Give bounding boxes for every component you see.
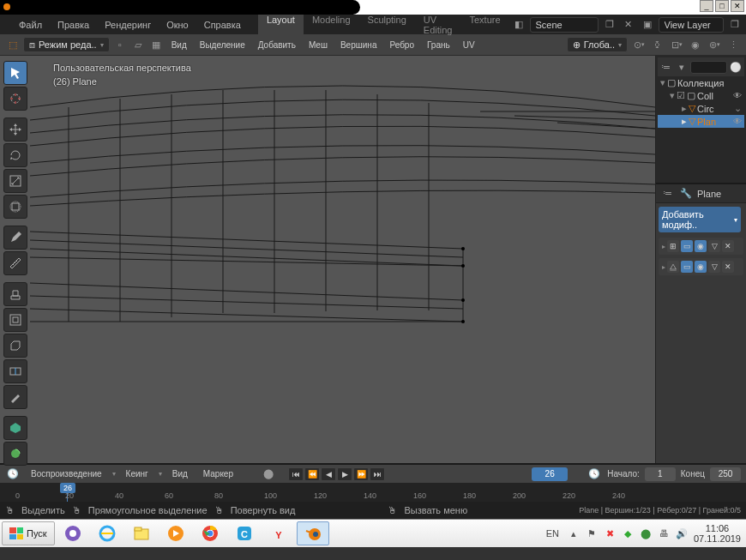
mod-render-icon[interactable]: ◉ [695, 240, 707, 252]
mod-delete-icon[interactable]: ✕ [722, 240, 734, 252]
start-button[interactable]: Пуск [2, 521, 55, 545]
filter-icon[interactable]: ⚪ [730, 59, 743, 75]
mod-realtime-icon[interactable]: ▭ [681, 261, 693, 273]
outliner-scene-collection[interactable]: ▾▢ Коллекция [658, 76, 744, 89]
tool-transform[interactable] [3, 195, 27, 219]
taskbar-blender[interactable] [297, 521, 329, 545]
editor-type-icon[interactable]: ⬚ [5, 37, 21, 52]
taskbar-chrome[interactable] [194, 521, 226, 545]
timeline-track[interactable]: 26 020406080100120140160180200220240 [0, 483, 746, 502]
timeline-view[interactable]: Вид [167, 467, 193, 480]
h2-add[interactable]: Добавить [253, 39, 301, 51]
tool-move[interactable] [3, 117, 27, 142]
viewlayer-input[interactable] [659, 17, 724, 33]
tab-uv[interactable]: UV Editing [415, 12, 461, 38]
mod-realtime-icon[interactable]: ▭ [681, 240, 693, 252]
menu-render[interactable]: Рендеринг [98, 17, 158, 33]
tab-layout[interactable]: Layout [258, 12, 304, 38]
prop-falloff-icon[interactable]: ⊚▾ [707, 37, 722, 52]
tool-bevel[interactable] [3, 334, 27, 358]
visibility-toggle[interactable]: 👁 [733, 117, 742, 126]
sel-face-icon[interactable]: ▦ [148, 37, 164, 52]
timeline-marker[interactable]: Маркер [198, 467, 238, 480]
scene-new-icon[interactable]: ❐ [602, 17, 617, 33]
outliner-item-circle[interactable]: ▸▽ Circ ⌄ [658, 102, 744, 115]
visibility-toggle[interactable]: 👁 [733, 91, 742, 100]
tray-shield-icon[interactable]: ◆ [622, 527, 635, 540]
taskbar-explorer[interactable] [125, 521, 158, 545]
h2-vertex[interactable]: Вершина [335, 39, 382, 51]
tab-sculpting[interactable]: Sculpting [359, 12, 415, 38]
tray-volume-icon[interactable]: 🔊 [676, 527, 689, 540]
timeline-type-icon[interactable]: 🕓 [5, 467, 21, 482]
tool-extrude[interactable] [3, 282, 27, 306]
outliner-collection[interactable]: ▾☑▢ Coll 👁 [658, 89, 744, 102]
tool-inset[interactable] [3, 308, 27, 332]
tray-clock[interactable]: 11:06 07.11.2019 [694, 523, 741, 544]
close-button[interactable]: ✕ [731, 0, 744, 12]
tool-spin[interactable] [3, 442, 27, 466]
tray-network-icon[interactable]: ✖ [604, 527, 617, 540]
taskbar-app-c[interactable]: C [228, 521, 261, 545]
mode-dropdown[interactable]: ⧈Режим реда..▾ [23, 37, 110, 52]
outliner[interactable]: ≔ ▾ ⚪ ▾▢ Коллекция ▾☑▢ Coll 👁 ▸▽ Circ ⌄ … [656, 56, 746, 184]
maximize-button[interactable]: □ [715, 0, 729, 12]
menu-file[interactable]: Файл [12, 17, 49, 33]
menu-window[interactable]: Окно [159, 17, 196, 33]
jump-end-button[interactable]: ⏭ [370, 467, 385, 481]
tool-knife[interactable] [3, 385, 27, 409]
options-icon[interactable]: ⋮ [725, 37, 741, 52]
minimize-button[interactable]: _ [700, 0, 713, 12]
current-frame-input[interactable]: 26 [532, 467, 568, 481]
viewlayer-icon[interactable]: ▣ [640, 17, 655, 33]
3d-viewport[interactable]: Пользовательская перспектива (26) Plane [0, 56, 655, 463]
outliner-item-plane[interactable]: ▸▽ Plan 👁 [658, 115, 744, 128]
menu-edit[interactable]: Правка [51, 17, 96, 33]
preview-range-icon[interactable]: 🕓 [587, 467, 602, 482]
language-indicator[interactable]: EN [543, 528, 563, 539]
mod-delete-icon[interactable]: ✕ [722, 261, 734, 273]
keyframe-next-button[interactable]: ⏩ [353, 467, 369, 481]
props-type-icon[interactable]: ≔ [659, 186, 675, 202]
mod-mirror-icon[interactable]: ⧋ [667, 261, 679, 273]
scene-icon[interactable]: ◧ [511, 17, 526, 33]
play-button[interactable]: ▶ [337, 467, 352, 481]
snap-target-icon[interactable]: ⊡▾ [669, 37, 684, 52]
tab-texture[interactable]: Texture [460, 12, 508, 38]
modifier-item-2[interactable]: ▸ ⧋ ▭ ◉ ▽ ✕ [659, 258, 743, 275]
h2-edge[interactable]: Ребро [384, 39, 419, 51]
wrench-icon[interactable]: 🔧 [678, 186, 694, 202]
pivot-icon[interactable]: ⊙▾ [631, 37, 647, 52]
tray-usb-icon[interactable]: ⬤ [640, 527, 653, 540]
sel-vertex-icon[interactable]: ▫ [112, 37, 128, 52]
tab-modeling[interactable]: Modeling [304, 12, 359, 38]
taskbar-ie[interactable] [91, 521, 123, 545]
h2-face[interactable]: Грань [422, 39, 455, 51]
mod-editmode-icon[interactable]: ▽ [708, 261, 720, 273]
outliner-search[interactable] [690, 61, 726, 74]
tool-scale[interactable] [3, 169, 27, 193]
mod-render-icon[interactable]: ◉ [695, 261, 707, 273]
mod-editmode-icon[interactable]: ▽ [708, 240, 720, 252]
taskbar-yandex[interactable]: Y [262, 521, 295, 545]
tray-flag-icon[interactable]: ⚑ [586, 527, 599, 540]
tool-rotate[interactable] [3, 143, 27, 167]
tool-polybuild[interactable] [3, 416, 27, 440]
taskbar-wmp[interactable] [159, 521, 192, 545]
tray-printer-icon[interactable]: 🖶 [658, 527, 671, 540]
orientation-dropdown[interactable]: ⊕Глоба..▾ [567, 37, 628, 52]
proportional-icon[interactable]: ◉ [688, 37, 703, 52]
sel-edge-icon[interactable]: ▱ [130, 37, 146, 52]
taskbar-app-1[interactable] [57, 521, 89, 545]
jump-start-button[interactable]: ⏮ [288, 467, 304, 481]
autokey-icon[interactable]: ⬤ [261, 467, 276, 482]
viewlayer-new-icon[interactable]: ❐ [727, 17, 743, 33]
tool-measure[interactable] [3, 251, 27, 275]
timeline-playback[interactable]: Воспроизведение [26, 467, 107, 480]
tray-arrow-icon[interactable]: ▴ [568, 527, 581, 540]
outliner-display-icon[interactable]: ▾ [675, 59, 688, 75]
h2-select[interactable]: Выделение [195, 39, 250, 51]
chevron-icon[interactable]: ⌄ [734, 103, 742, 114]
mod-array-icon[interactable]: ⊞ [667, 240, 679, 252]
snap-icon[interactable]: ⧲ [650, 37, 665, 52]
